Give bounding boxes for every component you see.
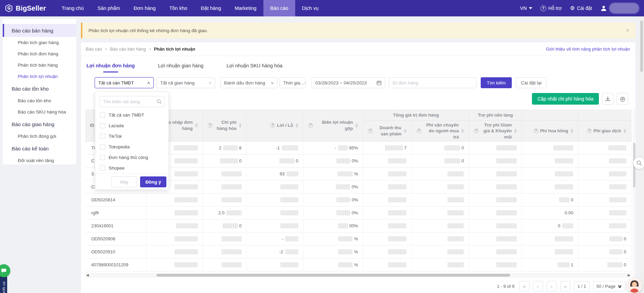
platform-option-4[interactable]: Tokopedia	[100, 143, 165, 150]
table-row-8[interactable]: OD5020908-%0	[85, 232, 631, 245]
dropdown-search-input[interactable]	[99, 96, 165, 107]
nav-item-5[interactable]: Đặt hàng	[194, 0, 228, 16]
feature-intro-link[interactable]: Giới thiệu về tính năng phân tích lợi nh…	[546, 46, 630, 52]
sort-icons[interactable]	[239, 123, 242, 128]
confirm-button[interactable]: Đồng ý	[140, 176, 166, 187]
update-cost-button[interactable]: Cập nhật chi phí hàng hóa	[532, 93, 599, 105]
export-button[interactable]	[602, 93, 614, 105]
sidebar-item-1-4[interactable]: Phân tích lợi nhuận	[3, 71, 76, 82]
user-menu[interactable]	[600, 3, 639, 14]
reset-button[interactable]: Cài đặt lại	[516, 77, 547, 88]
sidebar-section-3[interactable]: Báo cáo giao hàng	[3, 118, 76, 131]
column-header-5[interactable]: ?Biên lợi nhuận gộp	[303, 109, 363, 141]
platform-option-6[interactable]: Shopee	[100, 164, 165, 172]
hscroll-track[interactable]	[90, 273, 627, 278]
close-icon[interactable]: ×	[626, 27, 629, 34]
table-row-9[interactable]: OD5020910-2%0	[85, 245, 631, 258]
table-row-7[interactable]: 230419001000%0	[85, 219, 631, 232]
checkbox[interactable]	[100, 144, 105, 149]
date-range-picker[interactable]: 03/26/2023 ~ 04/25/2023	[312, 77, 385, 88]
sidebar-item-1-3[interactable]: Phân tích bán hàng	[3, 59, 76, 71]
sidebar-section-4[interactable]: Báo cáo kế toán	[3, 142, 76, 155]
help-icon[interactable]: ?	[368, 129, 373, 133]
table-row-6[interactable]: rgffr2.00%0.00	[85, 207, 631, 219]
sort-icons[interactable]	[355, 123, 358, 128]
help-icon[interactable]: ?	[587, 129, 592, 133]
checkbox[interactable]	[100, 134, 105, 139]
page-size-select[interactable]: 50 / Page ∨	[593, 281, 625, 291]
sort-icons[interactable]	[514, 129, 517, 133]
column-header-8[interactable]: ?Trợ phí Giảm giá & Khuyến mãi	[469, 121, 522, 141]
sidebar-item-1-1[interactable]: Phân tích gian hàng	[3, 37, 76, 48]
checkbox[interactable]	[100, 112, 105, 118]
platform-option-3[interactable]: TikTok	[100, 132, 165, 140]
support-agent-avatar[interactable]	[627, 278, 642, 293]
first-page-button[interactable]: «	[519, 281, 530, 291]
help-icon[interactable]: ?	[308, 123, 313, 128]
column-header-10[interactable]: ?Phí giao dịch	[578, 121, 631, 141]
checkbox[interactable]	[100, 123, 105, 128]
platform-select[interactable]: Tất cả sàn TMĐT ∧	[95, 77, 154, 88]
bigseller-logo[interactable]: BigSeller	[0, 4, 55, 12]
help-icon[interactable]: ?	[474, 129, 479, 133]
help-icon[interactable]: ?	[416, 129, 421, 133]
next-page-button[interactable]: ›	[547, 281, 557, 291]
browser-scrollbar-thumb[interactable]	[640, 21, 643, 72]
help-button[interactable]: ? Hỗ trợ	[540, 5, 562, 11]
sidebar-section-1[interactable]: Báo cáo bán hàng	[3, 24, 76, 37]
horizontal-scrollbar[interactable]: ◀ ▶	[85, 273, 631, 278]
order-id-input[interactable]	[389, 77, 477, 88]
checkbox[interactable]	[100, 165, 105, 171]
platform-option-5[interactable]: Đơn hàng thủ công	[100, 154, 165, 161]
help-icon[interactable]: ?	[208, 123, 213, 128]
nav-item-3[interactable]: Đơn hàng	[127, 0, 162, 16]
scroll-left-icon[interactable]: ◀	[85, 273, 90, 278]
browser-scrollbar[interactable]	[639, 16, 644, 293]
last-page-button[interactable]: »	[560, 281, 571, 291]
nav-item-2[interactable]: Sản phẩm	[91, 0, 127, 16]
nav-item-6[interactable]: Marketing	[228, 0, 263, 16]
sort-icons[interactable]	[195, 123, 198, 128]
settings-button[interactable]: ⚙ Cài đặt	[570, 5, 592, 11]
sidebar-item-4-1[interactable]: Đối soát nền tảng	[3, 155, 76, 166]
sort-icons[interactable]	[461, 129, 464, 133]
sidebar-item-2-1[interactable]: Báo cáo tồn kho	[3, 95, 76, 106]
platform-option-1[interactable]: Tất cả sàn TMĐT	[100, 111, 165, 119]
chat-widget-button[interactable]	[0, 264, 10, 277]
sidebar-item-3-1[interactable]: Phân tích đóng gói	[3, 131, 76, 142]
vertical-scrollbar[interactable]: ▼	[633, 109, 636, 293]
hscroll-thumb[interactable]	[156, 274, 510, 277]
scroll-right-icon[interactable]: ▶	[627, 273, 631, 278]
column-settings-button[interactable]	[617, 93, 628, 105]
sort-icons[interactable]	[571, 129, 573, 133]
search-button[interactable]: Tìm kiếm	[481, 77, 512, 88]
sidebar-item-1-2[interactable]: Phân tích đơn hàng	[3, 48, 76, 59]
nav-item-1[interactable]: Trang chủ	[55, 0, 91, 16]
language-selector[interactable]: VN	[520, 5, 532, 11]
table-row-5[interactable]: OD50208140%0	[85, 194, 631, 207]
help-icon[interactable]: ?	[270, 123, 275, 128]
cancel-button[interactable]: Hủy	[111, 176, 137, 187]
breadcrumb-report[interactable]: Báo cáo	[86, 46, 102, 52]
order-mark-select[interactable]: Đánh dấu đơn hàng ∨	[220, 77, 277, 88]
tab-2[interactable]: Lợi nhuận gian hàng	[157, 58, 204, 73]
prev-page-button[interactable]: ‹	[533, 281, 543, 291]
sort-icons[interactable]	[296, 123, 298, 128]
tab-1[interactable]: Lợi nhuận đơn hàng	[86, 58, 135, 73]
column-header-4[interactable]: ?Lời / Lỗ	[247, 109, 303, 141]
column-header-3[interactable]: ?Chi phí hàng hóa	[203, 109, 247, 141]
column-header-7[interactable]: ?Phí vận chuyển do người mua trả	[412, 121, 469, 141]
sort-icons[interactable]	[624, 129, 626, 133]
column-header-6[interactable]: ?Doanh thu sản phẩm	[363, 121, 412, 141]
nav-item-7[interactable]: Báo cáo	[263, 0, 295, 16]
checkbox[interactable]	[100, 155, 105, 160]
chat-with-us-tab[interactable]: with us	[0, 276, 7, 293]
help-icon[interactable]: ?	[534, 129, 538, 133]
preview-search-fab[interactable]	[633, 157, 644, 169]
sidebar-section-2[interactable]: Báo cáo tồn kho	[3, 82, 76, 95]
platform-option-2[interactable]: Lazada	[100, 122, 165, 129]
table-row-10[interactable]: 407989000101209%10	[85, 258, 631, 271]
breadcrumb-sales-report[interactable]: Báo cáo bán hàng	[110, 46, 146, 52]
sort-icons[interactable]	[404, 129, 407, 133]
time-type-select[interactable]: Thời gia... ∨	[279, 77, 306, 88]
